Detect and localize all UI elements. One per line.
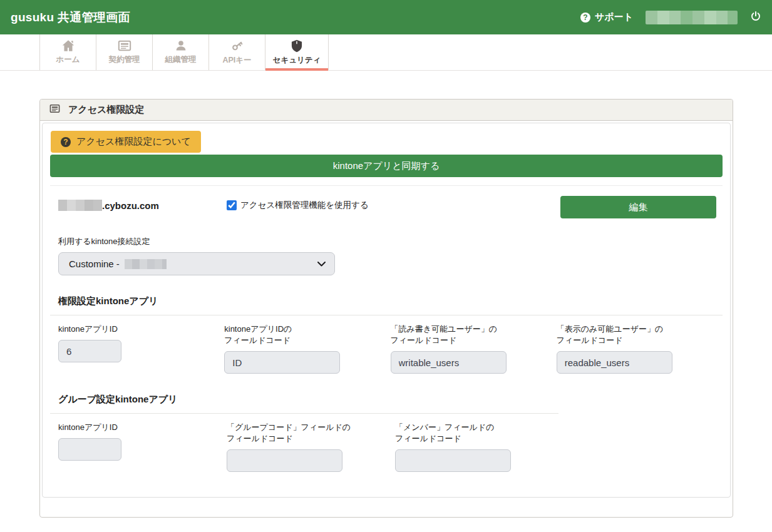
group-app-section: グループ設定kintoneアプリ kintoneアプリID 「グループコード」フ… (50, 394, 723, 472)
tab-label: ホーム (56, 54, 80, 65)
readable-users-code-input[interactable] (557, 351, 672, 374)
field-readable-users-code: 「表示のみ可能ユーザー」のフィールドコード (557, 324, 723, 374)
field-label: kintoneアプリID (58, 324, 224, 335)
field-writable-users-code: 「読み書き可能ユーザー」のフィールドコード (391, 324, 557, 374)
tab-label: 組織管理 (165, 54, 197, 65)
kintone-app-id-input[interactable] (58, 340, 121, 362)
selected-connection: Customine - (69, 258, 120, 269)
use-permission-checkbox[interactable] (227, 200, 237, 210)
connection-setting-label: 利用するkintone接続設定 (58, 236, 723, 247)
support-label: サポート (595, 11, 633, 23)
field-label: 「グループコード」フィールドのフィールドコード (227, 422, 395, 444)
group-kintone-app-id-input[interactable] (58, 438, 121, 461)
domain-row: .cybozu.com アクセス権限管理機能を使用する 編集 (50, 186, 723, 218)
settings-panel: ? アクセス権限設定について kintoneアプリと同期する .cybozu.c… (42, 123, 731, 498)
home-icon (61, 39, 75, 52)
domain-suffix: .cybozu.com (102, 200, 159, 211)
shield-icon (291, 39, 302, 53)
field-group-code-field-code: 「グループコード」フィールドのフィールドコード (227, 422, 395, 472)
field-label: kintoneアプリIDのフィールドコード (224, 324, 390, 346)
tab-api-key[interactable]: APIキー (208, 34, 265, 70)
permission-fields: kintoneアプリID kintoneアプリIDのフィールドコード (50, 315, 723, 374)
redacted-account-name (646, 11, 738, 24)
card-footer (42, 498, 731, 515)
group-code-field-code-input[interactable] (227, 449, 342, 472)
organization-icon (175, 39, 187, 52)
sync-kintone-button[interactable]: kintoneアプリと同期する (50, 155, 723, 177)
permission-section-title: 権限設定kintoneアプリ (50, 295, 723, 315)
about-button-label: アクセス権限設定について (76, 136, 191, 148)
field-member-field-code: 「メンバー」フィールドのフィールドコード (395, 422, 564, 472)
about-permission-button[interactable]: ? アクセス権限設定について (51, 131, 201, 153)
edit-button[interactable]: 編集 (560, 196, 716, 218)
tab-label: セキュリティ (273, 55, 321, 66)
domain-name: .cybozu.com (58, 196, 227, 211)
power-icon (750, 11, 761, 24)
tab-home[interactable]: ホーム (39, 34, 96, 70)
tab-label: 契約管理 (109, 54, 140, 65)
use-permission-checkbox-label: アクセス権限管理機能を使用する (240, 200, 369, 211)
group-fields: kintoneアプリID 「グループコード」フィールドのフィールドコード (50, 414, 723, 472)
app-title: gusuku 共通管理画面 (11, 9, 130, 26)
connection-setting: 利用するkintone接続設定 Customine - (58, 236, 723, 275)
member-field-code-input[interactable] (395, 449, 511, 472)
redacted-subdomain (58, 200, 102, 211)
card-header: アクセス権限設定 (40, 100, 733, 121)
support-link[interactable]: ? サポート (580, 11, 633, 23)
field-label: kintoneアプリID (58, 422, 227, 433)
chevron-down-icon (317, 262, 326, 267)
list-icon (49, 104, 60, 116)
main-nav: ホーム 契約管理 組織管理 API (0, 34, 772, 71)
use-permission-checkbox-row[interactable]: アクセス権限管理機能を使用する (227, 196, 369, 211)
access-permission-card: アクセス権限設定 ? アクセス権限設定について kintoneアプリと同期する … (39, 99, 733, 518)
question-circle-icon: ? (580, 13, 590, 23)
logout-button[interactable] (750, 11, 761, 24)
card-title: アクセス権限設定 (68, 104, 144, 116)
permission-app-section: 権限設定kintoneアプリ kintoneアプリID kintoneアプリID… (50, 295, 723, 374)
tab-security[interactable]: セキュリティ (265, 34, 329, 70)
field-app-id-field-code: kintoneアプリIDのフィールドコード (224, 324, 390, 374)
field-kintone-app-id: kintoneアプリID (58, 324, 224, 374)
redacted-connection-name (125, 259, 167, 269)
header-right: ? サポート (580, 11, 761, 24)
app-id-field-code-input[interactable] (224, 351, 340, 374)
field-group-kintone-app-id: kintoneアプリID (58, 422, 227, 472)
app-header: gusuku 共通管理画面 ? サポート (0, 0, 772, 34)
tab-label: APIキー (222, 55, 251, 66)
field-label: 「表示のみ可能ユーザー」のフィールドコード (557, 324, 723, 346)
question-circle-icon: ? (61, 137, 71, 147)
tab-contracts[interactable]: 契約管理 (96, 34, 152, 70)
api-key-icon (230, 39, 244, 53)
contract-icon (118, 39, 131, 52)
tab-organization[interactable]: 組織管理 (152, 34, 208, 70)
field-label: 「読み書き可能ユーザー」のフィールドコード (391, 324, 557, 346)
writable-users-code-input[interactable] (391, 351, 507, 374)
group-section-title: グループ設定kintoneアプリ (50, 394, 558, 414)
field-label: 「メンバー」フィールドのフィールドコード (395, 422, 564, 444)
card-body: ? アクセス権限設定について kintoneアプリと同期する .cybozu.c… (40, 121, 733, 517)
connection-setting-select[interactable]: Customine - (58, 252, 335, 275)
main-content: アクセス権限設定 ? アクセス権限設定について kintoneアプリと同期する … (0, 71, 772, 518)
